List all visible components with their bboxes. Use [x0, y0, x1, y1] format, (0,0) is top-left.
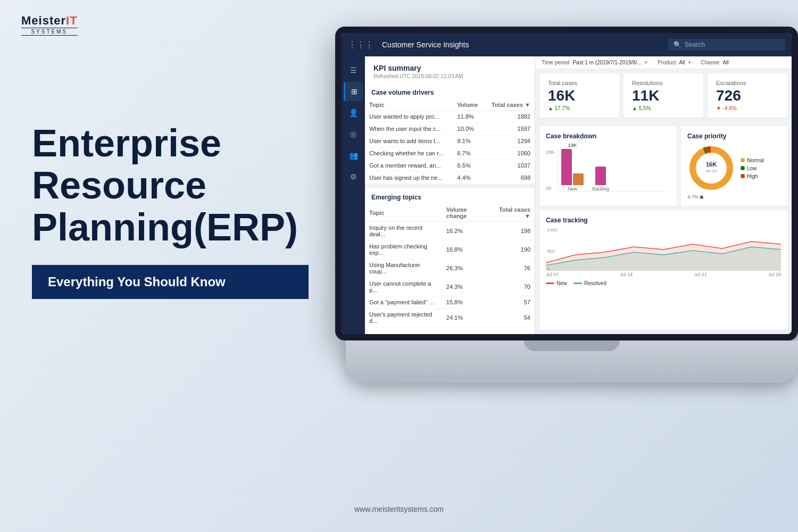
legend-low: Low	[741, 165, 764, 171]
laptop-base	[346, 340, 798, 383]
sidebar-person-icon[interactable]: 👤	[344, 103, 363, 122]
donut-container: 16K 94.1% Normal	[687, 144, 781, 192]
topic-cell: Using Manufacturer coup...	[365, 259, 442, 278]
case-breakdown-card: Case breakdown 10K 0K 13K	[539, 126, 677, 206]
topic-cell: Got a "payment failed" ...	[365, 296, 442, 309]
volume-cell: 16.8%	[442, 240, 491, 259]
volume-cell: 11.8%	[453, 111, 485, 123]
case-tracking-chart: 1000 500 0	[546, 228, 781, 271]
table-row: User wants to add items t... 8.1% 1294	[365, 135, 535, 147]
kpi-escalations-change: ▼ -4.6%	[716, 105, 779, 111]
legend-line-new	[546, 282, 554, 284]
hero-section: Enterprise Resource Planning(ERP) Everyt…	[32, 122, 309, 299]
kpi-summary-header: KPI summary Refreshed UTC 2019-08-02 11:…	[365, 56, 535, 84]
total-cell: 1882	[484, 111, 535, 123]
sidebar-menu-icon[interactable]: ☰	[344, 61, 363, 80]
volume-cell: 6.5%	[453, 160, 485, 172]
main-title: Enterprise Resource Planning(ERP)	[32, 122, 309, 249]
content-area: KPI summary Refreshed UTC 2019-08-02 11:…	[365, 56, 792, 334]
total-cell: 698	[484, 172, 535, 184]
total-cell: 1060	[484, 147, 535, 160]
bar-backlog-bars	[595, 167, 606, 185]
total-cell: 54	[491, 309, 535, 327]
tracking-legend: New Resolved	[546, 280, 781, 286]
case-tracking-card: Case tracking	[539, 210, 787, 330]
kpi-total-cases: Total cases 16K ▲ 17.7%	[539, 73, 619, 118]
topic-cell: User's payment rejected d...	[365, 309, 442, 327]
time-period-chevron: ▾	[645, 60, 647, 65]
time-period-value: Past 1 m (2019/7/1-2019/8/...	[572, 60, 642, 65]
volume-cell: 24.1%	[442, 309, 491, 327]
volume-cell: 26.3%	[442, 259, 491, 278]
sidebar-grid-icon[interactable]: ⊞	[344, 82, 363, 101]
total-cell: 70	[491, 278, 535, 296]
total-cell: 57	[491, 296, 535, 309]
product-filter[interactable]: Product All ▾	[658, 60, 691, 65]
topic-cell: Got a member reward, an...	[365, 160, 453, 172]
total-cell: 1597	[484, 123, 535, 135]
emerging-topics-table: Topic Volume change Total cases ▼ Inquir…	[365, 204, 535, 327]
channel-value: All	[723, 60, 729, 65]
col-topic: Topic	[365, 99, 453, 111]
tracking-legend-new: New	[546, 280, 567, 286]
kpi-total-cases-change: ▲ 17.7%	[548, 105, 611, 111]
topic-cell: User wants to add items t...	[365, 135, 453, 147]
topic-cell: Inquiry on the recent deal...	[365, 222, 442, 240]
legend-normal: Normal	[741, 157, 764, 163]
case-priority-title: Case priority	[687, 132, 781, 140]
case-volume-table-wrapper: Topic Volume Total cases ▼ User wanted t…	[365, 99, 535, 184]
sidebar-settings-icon[interactable]: ⚙	[344, 167, 363, 186]
kpi-escalations-value: 726	[716, 88, 779, 103]
nav-search-bar[interactable]: 🔍 Search	[668, 39, 785, 51]
laptop-display: ⋮⋮⋮ Customer Service Insights 🔍 Search ☰…	[335, 27, 798, 388]
total-cell: 76	[491, 259, 535, 278]
volume-cell: 24.3%	[442, 278, 491, 296]
left-panel: KPI summary Refreshed UTC 2019-08-02 11:…	[365, 56, 535, 334]
total-cell: 198	[491, 222, 535, 240]
channel-filter[interactable]: Channe All	[701, 60, 729, 65]
sidebar: ☰ ⊞ 👤 ◎ 👥 ⚙	[342, 56, 365, 334]
bar-backlog-pink	[595, 167, 606, 185]
kpi-escalations-label: Escalations	[716, 80, 779, 86]
topic-cell: When the user input the c...	[365, 123, 453, 135]
logo-meister-text: MeisterIT	[21, 15, 78, 27]
et-col-topic: Topic	[365, 204, 442, 222]
product-label: Product	[658, 60, 676, 65]
table-row: Got a "payment failed" ... 15.8% 57	[365, 296, 535, 309]
volume-cell: 4.4%	[453, 172, 485, 184]
table-row: User has signed up the ne... 4.4% 698	[365, 172, 535, 184]
total-cell: 1294	[484, 135, 535, 147]
product-chevron: ▾	[688, 60, 691, 65]
et-col-total: Total cases ▼	[491, 204, 535, 222]
donut-svg: 16K 94.1%	[687, 144, 735, 192]
tracking-legend-resolved: Resolved	[573, 280, 606, 286]
time-period-filter[interactable]: Time period Past 1 m (2019/7/1-2019/8/..…	[542, 60, 647, 65]
charts-row: Case breakdown 10K 0K 13K	[535, 122, 792, 210]
emerging-topics-section: Emerging topics Topic Volume change Tota…	[365, 184, 535, 334]
topic-cell: Has problem checking exp...	[365, 240, 442, 259]
bar-group-new: 13K New	[561, 143, 584, 192]
logo: MeisterIT SYSTEMS	[21, 15, 78, 36]
product-value: All	[679, 60, 685, 65]
case-volume-section: Case volume drivers Topic Volume Total c…	[365, 84, 535, 184]
kpi-summary-title: KPI summary	[373, 64, 526, 72]
nav-grid-icon[interactable]: ⋮⋮⋮	[348, 40, 373, 50]
col-total-cases: Total cases ▼	[484, 99, 535, 111]
table-row: User cannot complete a p... 24.3% 70	[365, 278, 535, 296]
sidebar-people-icon[interactable]: 👥	[344, 146, 363, 165]
subtitle-text: Everything You Should Know	[48, 275, 226, 289]
dashboard: ⋮⋮⋮ Customer Service Insights 🔍 Search ☰…	[342, 33, 792, 334]
kpi-total-cases-label: Total cases	[548, 80, 611, 86]
kpi-resolutions-value: 11K	[632, 88, 695, 103]
col-volume: Volume	[453, 99, 485, 111]
channel-label: Channe	[701, 60, 720, 65]
svg-text:16K: 16K	[706, 161, 717, 168]
sidebar-globe-icon[interactable]: ◎	[344, 124, 363, 144]
table-row: When the user input the c... 10.0% 1597	[365, 123, 535, 135]
table-row: Using Manufacturer coup... 26.3% 76	[365, 259, 535, 278]
table-row: User's payment rejected d... 24.1% 54	[365, 309, 535, 327]
svg-text:94.1%: 94.1%	[706, 169, 717, 173]
main-body: ☰ ⊞ 👤 ◎ 👥 ⚙ KPI summary	[342, 56, 792, 334]
case-volume-title: Case volume drivers	[365, 84, 535, 99]
donut-legend: Normal Low High	[741, 157, 764, 179]
